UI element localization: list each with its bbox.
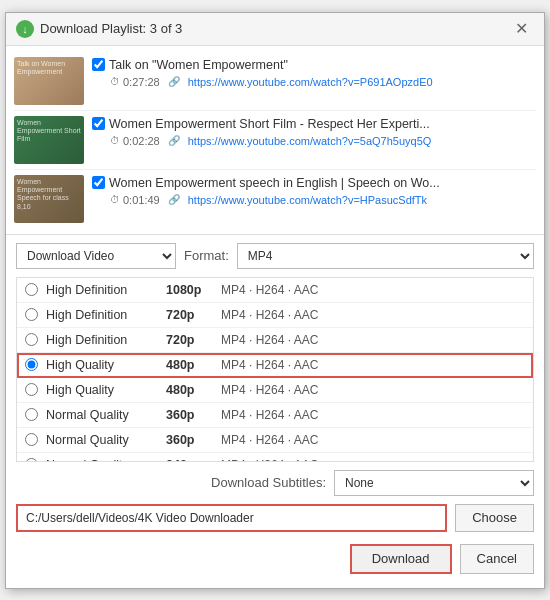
quality-row[interactable]: High Definition 720p MP4 · H264 · AAC <box>17 303 533 328</box>
video-info: Women Empowerment Short Film - Respect H… <box>92 116 536 147</box>
video-thumbnail: Talk on Women Empowerment <box>14 57 84 105</box>
quality-res: 1080p <box>166 283 221 297</box>
video-list: Talk on Women Empowerment Talk on "Women… <box>6 46 544 235</box>
video-meta: ⏱ 0:27:28 🔗 https://www.youtube.com/watc… <box>110 76 536 88</box>
quality-row[interactable]: High Quality 480p MP4 · H264 · AAC <box>17 378 533 403</box>
video-thumbnail: Women Empowerment Speech for class 8,10 <box>14 175 84 223</box>
quality-row[interactable]: Normal Quality 360p MP4 · H264 · AAC <box>17 403 533 428</box>
quality-codecs: MP4 · H264 · AAC <box>221 433 525 447</box>
quality-radio[interactable] <box>25 458 38 462</box>
quality-name: Normal Quality <box>46 458 166 462</box>
download-type-select[interactable]: Download VideoDownload AudioDownload Sub… <box>16 243 176 269</box>
link-icon: 🔗 <box>168 135 180 146</box>
app-icon: ↓ <box>16 20 34 38</box>
format-row: Download VideoDownload AudioDownload Sub… <box>16 243 534 269</box>
quality-codecs: MP4 · H264 · AAC <box>221 458 525 462</box>
video-title: Talk on "Women Empowerment" <box>109 57 288 73</box>
quality-radio[interactable] <box>25 358 38 371</box>
video-title-row: Women Empowerment Short Film - Respect H… <box>92 116 536 132</box>
thumb-text: Women Empowerment Short Film <box>14 116 84 147</box>
path-input[interactable] <box>16 504 447 532</box>
choose-button[interactable]: Choose <box>455 504 534 532</box>
quality-codecs: MP4 · H264 · AAC <box>221 358 525 372</box>
quality-name: High Definition <box>46 308 166 322</box>
clock-icon: ⏱ <box>110 76 120 87</box>
video-title: Women Empowerment Short Film - Respect H… <box>109 116 430 132</box>
video-checkbox[interactable] <box>92 117 105 130</box>
video-duration: ⏱ 0:02:28 <box>110 135 160 147</box>
quality-res: 360p <box>166 408 221 422</box>
quality-codecs: MP4 · H264 · AAC <box>221 308 525 322</box>
quality-codecs: MP4 · H264 · AAC <box>221 383 525 397</box>
video-item: Women Empowerment Short Film Women Empow… <box>14 111 536 170</box>
quality-name: High Quality <box>46 383 166 397</box>
video-url[interactable]: https://www.youtube.com/watch?v=P691AOpz… <box>188 76 433 88</box>
video-title: Women Empowerment speech in English | Sp… <box>109 175 440 191</box>
title-bar-left: ↓ Download Playlist: 3 of 3 <box>16 20 182 38</box>
video-info: Talk on "Women Empowerment" ⏱ 0:27:28 🔗 … <box>92 57 536 88</box>
quality-name: High Definition <box>46 283 166 297</box>
video-item: Talk on Women Empowerment Talk on "Women… <box>14 52 536 111</box>
quality-name: Normal Quality <box>46 433 166 447</box>
quality-row[interactable]: High Quality 480p MP4 · H264 · AAC <box>17 353 533 378</box>
action-row: Download Cancel <box>16 540 534 580</box>
video-checkbox[interactable] <box>92 58 105 71</box>
cancel-button[interactable]: Cancel <box>460 544 534 574</box>
quality-radio[interactable] <box>25 383 38 396</box>
quality-res: 480p <box>166 383 221 397</box>
quality-name: High Quality <box>46 358 166 372</box>
video-info: Women Empowerment speech in English | Sp… <box>92 175 536 206</box>
format-select[interactable]: MP4MKVAVIWebM <box>237 243 534 269</box>
subtitle-label: Download Subtitles: <box>211 475 326 490</box>
link-icon: 🔗 <box>168 194 180 205</box>
quality-codecs: MP4 · H264 · AAC <box>221 333 525 347</box>
title-bar: ↓ Download Playlist: 3 of 3 ✕ <box>6 13 544 46</box>
quality-res: 480p <box>166 358 221 372</box>
quality-res: 720p <box>166 308 221 322</box>
quality-list-wrapper[interactable]: High Definition 1080p MP4 · H264 · AAC H… <box>16 277 534 462</box>
clock-icon: ⏱ <box>110 194 120 205</box>
download-dialog: ↓ Download Playlist: 3 of 3 ✕ Talk on Wo… <box>5 12 545 589</box>
video-url[interactable]: https://www.youtube.com/watch?v=5aQ7h5uy… <box>188 135 432 147</box>
quality-radio[interactable] <box>25 433 38 446</box>
quality-radio[interactable] <box>25 408 38 421</box>
quality-name: Normal Quality <box>46 408 166 422</box>
video-item: Women Empowerment Speech for class 8,10 … <box>14 170 536 228</box>
video-duration: ⏱ 0:01:49 <box>110 194 160 206</box>
quality-radio[interactable] <box>25 283 38 296</box>
clock-icon: ⏱ <box>110 135 120 146</box>
quality-codecs: MP4 · H264 · AAC <box>221 408 525 422</box>
video-title-row: Women Empowerment speech in English | Sp… <box>92 175 536 191</box>
thumb-text: Talk on Women Empowerment <box>14 57 84 80</box>
format-label: Format: <box>184 248 229 263</box>
dialog-title: Download Playlist: 3 of 3 <box>40 21 182 36</box>
subtitle-select[interactable]: NoneEnglishSpanishFrench <box>334 470 534 496</box>
quality-name: High Definition <box>46 333 166 347</box>
options-section: Download VideoDownload AudioDownload Sub… <box>6 235 544 588</box>
quality-list: High Definition 1080p MP4 · H264 · AAC H… <box>17 278 533 462</box>
subtitle-row: Download Subtitles: NoneEnglishSpanishFr… <box>16 470 534 496</box>
video-duration: ⏱ 0:27:28 <box>110 76 160 88</box>
video-checkbox[interactable] <box>92 176 105 189</box>
quality-row[interactable]: Normal Quality 240p MP4 · H264 · AAC <box>17 453 533 462</box>
quality-res: 720p <box>166 333 221 347</box>
video-url[interactable]: https://www.youtube.com/watch?v=HPasucSd… <box>188 194 427 206</box>
close-button[interactable]: ✕ <box>509 19 534 39</box>
quality-row[interactable]: High Definition 720p MP4 · H264 · AAC <box>17 328 533 353</box>
path-row: Choose <box>16 504 534 532</box>
link-icon: 🔗 <box>168 76 180 87</box>
quality-res: 360p <box>166 433 221 447</box>
quality-radio[interactable] <box>25 308 38 321</box>
video-meta: ⏱ 0:02:28 🔗 https://www.youtube.com/watc… <box>110 135 536 147</box>
quality-radio[interactable] <box>25 333 38 346</box>
quality-row[interactable]: Normal Quality 360p MP4 · H264 · AAC <box>17 428 533 453</box>
quality-row[interactable]: High Definition 1080p MP4 · H264 · AAC <box>17 278 533 303</box>
video-meta: ⏱ 0:01:49 🔗 https://www.youtube.com/watc… <box>110 194 536 206</box>
video-thumbnail: Women Empowerment Short Film <box>14 116 84 164</box>
thumb-text: Women Empowerment Speech for class 8,10 <box>14 175 84 215</box>
download-button[interactable]: Download <box>350 544 452 574</box>
quality-res: 240p <box>166 458 221 462</box>
quality-codecs: MP4 · H264 · AAC <box>221 283 525 297</box>
video-title-row: Talk on "Women Empowerment" <box>92 57 536 73</box>
